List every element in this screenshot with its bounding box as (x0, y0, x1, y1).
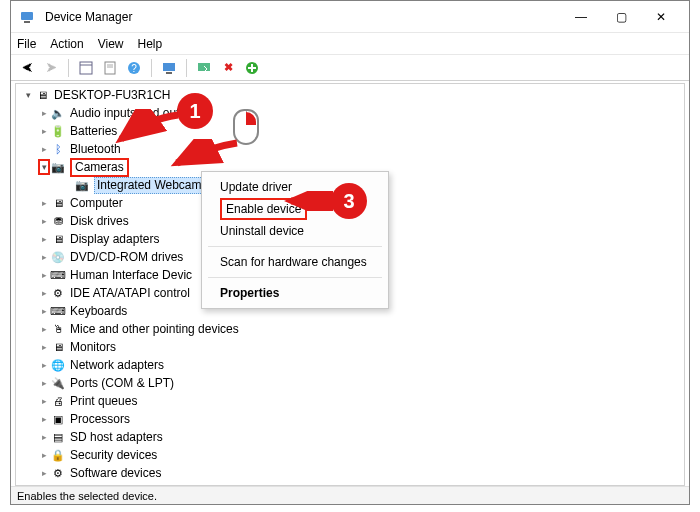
svg-text:?: ? (131, 63, 137, 74)
expand-icon[interactable] (38, 428, 50, 446)
expand-icon[interactable] (38, 159, 50, 175)
device-icon: 🖥 (50, 231, 66, 247)
titlebar: Device Manager ― ▢ ✕ (11, 1, 689, 33)
expand-icon[interactable] (38, 248, 50, 266)
show-hide-icon[interactable] (76, 58, 96, 78)
ctx-separator (208, 246, 382, 247)
tree-node-label: Disk drives (70, 212, 129, 230)
enable-icon[interactable] (242, 58, 262, 78)
annotation-callout-3: 3 (331, 183, 367, 219)
device-icon: 🖥 (50, 195, 66, 211)
device-icon: 🔋 (50, 123, 66, 139)
tree-node[interactable]: 🔌Ports (COM & LPT) (20, 374, 680, 392)
minimize-button[interactable]: ― (561, 3, 601, 31)
camera-icon: 📷 (74, 177, 90, 193)
tree-node[interactable]: ⚙Software devices (20, 464, 680, 482)
device-icon: 🌐 (50, 357, 66, 373)
ctx-scan-hardware[interactable]: Scan for hardware changes (202, 251, 388, 273)
svg-rect-1 (24, 21, 30, 23)
device-icon: 🔈 (50, 105, 66, 121)
tree-node[interactable]: ᛒBluetooth (20, 140, 680, 158)
ctx-uninstall-device[interactable]: Uninstall device (202, 220, 388, 242)
scan-hardware-icon[interactable] (194, 58, 214, 78)
expand-icon[interactable] (38, 194, 50, 212)
device-icon: ▣ (50, 411, 66, 427)
menu-action[interactable]: Action (50, 37, 83, 51)
disable-icon[interactable]: ✖ (218, 58, 238, 78)
device-icon: 🖥 (50, 339, 66, 355)
tree-node-label: Audio inputs and out (70, 104, 179, 122)
root-node[interactable]: 🖥DESKTOP-FU3R1CH (20, 86, 680, 104)
tree-node[interactable]: 🖨Print queues (20, 392, 680, 410)
window-title: Device Manager (45, 10, 132, 24)
statusbar: Enables the selected device. (11, 486, 689, 504)
svg-rect-10 (166, 72, 172, 74)
device-icon: ▤ (50, 429, 66, 445)
device-icon: ⌨ (50, 303, 66, 319)
tree-node-label: DESKTOP-FU3R1CH (54, 86, 170, 104)
expand-icon[interactable] (38, 356, 50, 374)
tree-node-label: Integrated Webcam (94, 177, 205, 194)
tree-node-label: DVD/CD-ROM drives (70, 248, 183, 266)
expand-icon[interactable] (38, 320, 50, 338)
ctx-separator-2 (208, 277, 382, 278)
tree-node[interactable]: ▤SD host adapters (20, 428, 680, 446)
tree-node[interactable]: 🔒Security devices (20, 446, 680, 464)
tree-node-label: Processors (70, 410, 130, 428)
tree-node-label: SD host adapters (70, 428, 163, 446)
help-icon[interactable]: ? (124, 58, 144, 78)
toolbar: ⮜ ⮞ ? ✖ (11, 55, 689, 81)
expand-icon[interactable] (38, 230, 50, 248)
tree-node[interactable]: ▣Processors (20, 410, 680, 428)
expand-icon[interactable] (38, 392, 50, 410)
tree-node-label: Bluetooth (70, 140, 121, 158)
expand-icon[interactable] (38, 446, 50, 464)
tree-node-label: Computer (70, 194, 123, 212)
expand-icon[interactable] (38, 374, 50, 392)
svg-rect-0 (21, 12, 33, 20)
svg-rect-9 (163, 63, 175, 71)
device-icon: 🖨 (50, 393, 66, 409)
menu-file[interactable]: File (17, 37, 36, 51)
expand-icon[interactable] (38, 104, 50, 122)
expand-icon[interactable] (22, 86, 34, 104)
tree-node-label: Ports (COM & LPT) (70, 374, 174, 392)
tree-node[interactable]: 🌐Network adapters (20, 356, 680, 374)
expand-icon[interactable] (38, 122, 50, 140)
maximize-button[interactable]: ▢ (601, 3, 641, 31)
svg-rect-11 (198, 63, 210, 71)
tree-node-label: Print queues (70, 392, 137, 410)
tree-node-label: Human Interface Devic (70, 266, 192, 284)
expand-icon[interactable] (38, 140, 50, 158)
menu-help[interactable]: Help (138, 37, 163, 51)
expand-icon[interactable] (38, 302, 50, 320)
expand-icon[interactable] (38, 410, 50, 428)
forward-button[interactable]: ⮞ (41, 58, 61, 78)
tree-node-label: Monitors (70, 338, 116, 356)
tree-node-label: IDE ATA/ATAPI control (70, 284, 190, 302)
expand-icon[interactable] (38, 284, 50, 302)
computer-icon: 🖥 (34, 87, 50, 103)
tree-node[interactable]: 🖥Monitors (20, 338, 680, 356)
tree-node-label: Display adapters (70, 230, 159, 248)
annotation-callout-1: 1 (177, 93, 213, 129)
app-icon (19, 9, 35, 25)
device-icon: 🔌 (50, 375, 66, 391)
expand-icon[interactable] (38, 338, 50, 356)
properties-icon[interactable] (100, 58, 120, 78)
expand-icon[interactable] (38, 464, 50, 482)
tree-node-label: Mice and other pointing devices (70, 320, 239, 338)
device-icon: ⚙ (50, 465, 66, 481)
tree-node[interactable]: 🔋Batteries (20, 122, 680, 140)
menu-view[interactable]: View (98, 37, 124, 51)
menubar: File Action View Help (11, 33, 689, 55)
back-button[interactable]: ⮜ (17, 58, 37, 78)
monitor-icon[interactable] (159, 58, 179, 78)
ctx-properties[interactable]: Properties (202, 282, 388, 304)
expand-icon[interactable] (38, 266, 50, 284)
tree-node[interactable]: 🖱Mice and other pointing devices (20, 320, 680, 338)
expand-icon[interactable] (38, 212, 50, 230)
tree-node[interactable]: 🔈Audio inputs and out (20, 104, 680, 122)
close-button[interactable]: ✕ (641, 3, 681, 31)
device-icon: ᛒ (50, 141, 66, 157)
